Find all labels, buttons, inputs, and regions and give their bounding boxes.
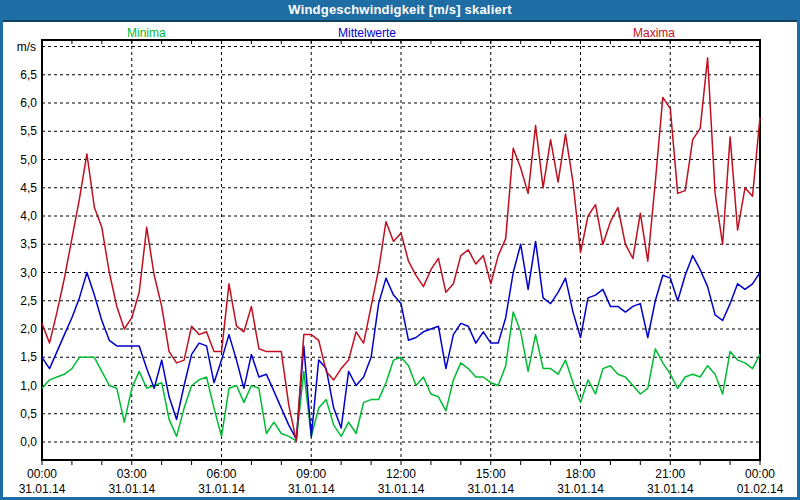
x-tick-time-label: 15:00 [476, 467, 506, 481]
x-tick-date-label: 31.01.14 [557, 482, 604, 496]
y-tick-label: 0,5 [20, 407, 37, 421]
y-tick-label: 2,5 [20, 294, 37, 308]
y-tick-label: 6,5 [20, 68, 37, 82]
y-tick-label: 3,5 [20, 237, 37, 251]
x-tick-date-label: 31.01.14 [378, 482, 425, 496]
y-tick-label: 1,5 [20, 350, 37, 364]
x-tick-date-label: 31.01.14 [108, 482, 155, 496]
x-tick-time-label: 21:00 [655, 467, 685, 481]
x-tick-time-label: 06:00 [206, 467, 236, 481]
wind-speed-chart: 0,00,51,01,52,02,53,03,54,04,55,05,56,06… [0, 0, 800, 500]
x-tick-date-label: 31.01.14 [647, 482, 694, 496]
y-tick-label: 0,0 [20, 435, 37, 449]
y-tick-label: 2,0 [20, 322, 37, 336]
x-tick-date-label: 31.01.14 [467, 482, 514, 496]
y-tick-label: 6,0 [20, 96, 37, 110]
x-tick-time-label: 12:00 [386, 467, 416, 481]
y-tick-label: 4,5 [20, 181, 37, 195]
x-tick-date-label: 01.02.14 [737, 482, 784, 496]
x-tick-time-label: 03:00 [117, 467, 147, 481]
x-tick-time-label: 09:00 [296, 467, 326, 481]
y-tick-label: 4,0 [20, 209, 37, 223]
x-tick-time-label: 00:00 [27, 467, 57, 481]
y-axis-unit-label: m/s [17, 40, 36, 54]
y-tick-label: 3,0 [20, 266, 37, 280]
x-tick-date-label: 31.01.14 [19, 482, 66, 496]
y-tick-label: 1,0 [20, 379, 37, 393]
y-tick-label: 5,5 [20, 124, 37, 138]
weather-chart-window: Windgeschwindigkeit [m/s] skaliert Minim… [0, 0, 800, 500]
y-tick-label: 5,0 [20, 153, 37, 167]
x-tick-date-label: 31.01.14 [288, 482, 335, 496]
x-tick-time-label: 00:00 [745, 467, 775, 481]
x-tick-time-label: 18:00 [565, 467, 595, 481]
x-tick-date-label: 31.01.14 [198, 482, 245, 496]
